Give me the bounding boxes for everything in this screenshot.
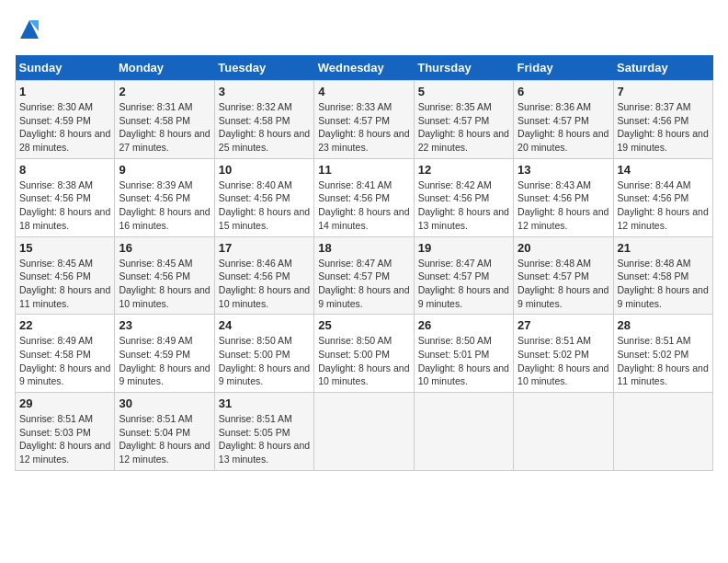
table-row: 11 Sunrise: 8:41 AMSunset: 4:56 PMDaylig… (314, 158, 414, 236)
day-detail: Sunrise: 8:48 AMSunset: 4:58 PMDaylight:… (618, 258, 709, 309)
day-number: 12 (418, 163, 509, 177)
table-row (613, 393, 712, 471)
day-detail: Sunrise: 8:51 AMSunset: 5:03 PMDaylight:… (19, 413, 110, 465)
col-sunday: Sunday (16, 55, 115, 81)
day-detail: Sunrise: 8:51 AMSunset: 5:02 PMDaylight:… (618, 335, 709, 386)
table-row: 29 Sunrise: 8:51 AMSunset: 5:03 PMDaylig… (16, 393, 115, 471)
day-detail: Sunrise: 8:40 AMSunset: 4:56 PMDaylight:… (219, 179, 310, 231)
day-number: 15 (19, 241, 110, 255)
day-detail: Sunrise: 8:30 AMSunset: 4:59 PMDaylight:… (19, 101, 110, 153)
table-row: 4 Sunrise: 8:33 AMSunset: 4:57 PMDayligh… (314, 81, 414, 159)
day-detail: Sunrise: 8:42 AMSunset: 4:56 PMDaylight:… (418, 179, 509, 231)
day-number: 11 (318, 163, 409, 177)
table-row: 31 Sunrise: 8:51 AMSunset: 5:05 PMDaylig… (214, 393, 313, 471)
table-row: 6 Sunrise: 8:36 AMSunset: 4:57 PMDayligh… (514, 81, 613, 159)
table-row: 8 Sunrise: 8:38 AMSunset: 4:56 PMDayligh… (16, 158, 115, 236)
day-number: 27 (518, 318, 609, 332)
table-row: 23 Sunrise: 8:49 AMSunset: 4:59 PMDaylig… (115, 315, 214, 393)
day-detail: Sunrise: 8:48 AMSunset: 4:57 PMDaylight:… (518, 258, 609, 309)
day-number: 5 (418, 85, 509, 98)
day-number: 31 (219, 396, 310, 410)
table-row: 27 Sunrise: 8:51 AMSunset: 5:02 PMDaylig… (514, 315, 613, 393)
day-detail: Sunrise: 8:43 AMSunset: 4:56 PMDaylight:… (518, 179, 609, 231)
table-row: 21 Sunrise: 8:48 AMSunset: 4:58 PMDaylig… (613, 236, 712, 315)
day-number: 30 (119, 396, 210, 410)
logo (15, 15, 48, 44)
day-detail: Sunrise: 8:49 AMSunset: 4:58 PMDaylight:… (19, 335, 110, 386)
day-detail: Sunrise: 8:37 AMSunset: 4:56 PMDaylight:… (618, 101, 709, 153)
table-row: 26 Sunrise: 8:50 AMSunset: 5:01 PMDaylig… (414, 315, 513, 393)
table-row: 3 Sunrise: 8:32 AMSunset: 4:58 PMDayligh… (214, 81, 313, 159)
table-row: 18 Sunrise: 8:47 AMSunset: 4:57 PMDaylig… (314, 236, 414, 315)
day-number: 7 (618, 85, 709, 98)
col-saturday: Saturday (613, 55, 712, 81)
table-row: 28 Sunrise: 8:51 AMSunset: 5:02 PMDaylig… (613, 315, 712, 393)
day-number: 2 (119, 85, 210, 98)
col-wednesday: Wednesday (314, 55, 414, 81)
table-row (414, 393, 513, 471)
day-detail: Sunrise: 8:45 AMSunset: 4:56 PMDaylight:… (119, 258, 210, 309)
day-detail: Sunrise: 8:35 AMSunset: 4:57 PMDaylight:… (418, 101, 509, 153)
day-number: 22 (19, 318, 110, 332)
day-detail: Sunrise: 8:49 AMSunset: 4:59 PMDaylight:… (119, 335, 210, 386)
table-row: 16 Sunrise: 8:45 AMSunset: 4:56 PMDaylig… (115, 236, 214, 315)
day-number: 29 (19, 396, 110, 410)
day-number: 18 (318, 241, 409, 255)
table-row (314, 393, 414, 471)
day-number: 26 (418, 318, 509, 332)
day-number: 4 (318, 85, 409, 98)
day-detail: Sunrise: 8:46 AMSunset: 4:56 PMDaylight:… (219, 258, 310, 309)
day-number: 8 (19, 163, 110, 177)
table-row: 13 Sunrise: 8:43 AMSunset: 4:56 PMDaylig… (514, 158, 613, 236)
day-detail: Sunrise: 8:38 AMSunset: 4:56 PMDaylight:… (19, 179, 110, 231)
table-row: 7 Sunrise: 8:37 AMSunset: 4:56 PMDayligh… (613, 81, 712, 159)
day-detail: Sunrise: 8:32 AMSunset: 4:58 PMDaylight:… (219, 101, 310, 153)
day-detail: Sunrise: 8:41 AMSunset: 4:56 PMDaylight:… (318, 179, 409, 231)
day-number: 19 (418, 241, 509, 255)
calendar-week-row: 29 Sunrise: 8:51 AMSunset: 5:03 PMDaylig… (16, 393, 713, 471)
table-row: 24 Sunrise: 8:50 AMSunset: 5:00 PMDaylig… (214, 315, 313, 393)
table-row: 22 Sunrise: 8:49 AMSunset: 4:58 PMDaylig… (16, 315, 115, 393)
table-row: 10 Sunrise: 8:40 AMSunset: 4:56 PMDaylig… (214, 158, 313, 236)
table-row: 2 Sunrise: 8:31 AMSunset: 4:58 PMDayligh… (115, 81, 214, 159)
table-row: 17 Sunrise: 8:46 AMSunset: 4:56 PMDaylig… (214, 236, 313, 315)
table-row: 12 Sunrise: 8:42 AMSunset: 4:56 PMDaylig… (414, 158, 513, 236)
day-detail: Sunrise: 8:39 AMSunset: 4:56 PMDaylight:… (119, 179, 210, 231)
table-row: 9 Sunrise: 8:39 AMSunset: 4:56 PMDayligh… (115, 158, 214, 236)
day-detail: Sunrise: 8:31 AMSunset: 4:58 PMDaylight:… (119, 101, 210, 153)
table-row: 19 Sunrise: 8:47 AMSunset: 4:57 PMDaylig… (414, 236, 513, 315)
calendar-week-row: 15 Sunrise: 8:45 AMSunset: 4:56 PMDaylig… (16, 236, 713, 315)
day-detail: Sunrise: 8:51 AMSunset: 5:04 PMDaylight:… (119, 413, 210, 465)
day-number: 23 (119, 318, 210, 332)
calendar-table: Sunday Monday Tuesday Wednesday Thursday… (15, 55, 713, 471)
day-number: 1 (19, 85, 110, 98)
day-detail: Sunrise: 8:36 AMSunset: 4:57 PMDaylight:… (518, 101, 609, 153)
calendar-week-row: 1 Sunrise: 8:30 AMSunset: 4:59 PMDayligh… (16, 81, 713, 159)
day-number: 14 (618, 163, 709, 177)
calendar-week-row: 22 Sunrise: 8:49 AMSunset: 4:58 PMDaylig… (16, 315, 713, 393)
day-number: 21 (618, 241, 709, 255)
calendar-week-row: 8 Sunrise: 8:38 AMSunset: 4:56 PMDayligh… (16, 158, 713, 236)
day-detail: Sunrise: 8:51 AMSunset: 5:02 PMDaylight:… (518, 335, 609, 386)
day-number: 13 (518, 163, 609, 177)
day-number: 16 (119, 241, 210, 255)
table-row (514, 393, 613, 471)
day-detail: Sunrise: 8:50 AMSunset: 5:00 PMDaylight:… (318, 335, 409, 386)
logo-icon (15, 15, 44, 44)
day-number: 25 (318, 318, 409, 332)
day-detail: Sunrise: 8:33 AMSunset: 4:57 PMDaylight:… (318, 101, 409, 153)
table-row: 5 Sunrise: 8:35 AMSunset: 4:57 PMDayligh… (414, 81, 513, 159)
table-row: 30 Sunrise: 8:51 AMSunset: 5:04 PMDaylig… (115, 393, 214, 471)
table-row: 20 Sunrise: 8:48 AMSunset: 4:57 PMDaylig… (514, 236, 613, 315)
col-thursday: Thursday (414, 55, 513, 81)
day-detail: Sunrise: 8:51 AMSunset: 5:05 PMDaylight:… (219, 413, 310, 465)
day-number: 20 (518, 241, 609, 255)
day-detail: Sunrise: 8:50 AMSunset: 5:00 PMDaylight:… (219, 335, 310, 386)
day-detail: Sunrise: 8:47 AMSunset: 4:57 PMDaylight:… (318, 258, 409, 309)
table-row: 15 Sunrise: 8:45 AMSunset: 4:56 PMDaylig… (16, 236, 115, 315)
day-number: 24 (219, 318, 310, 332)
table-row: 14 Sunrise: 8:44 AMSunset: 4:56 PMDaylig… (613, 158, 712, 236)
page-header (15, 15, 713, 44)
table-row: 1 Sunrise: 8:30 AMSunset: 4:59 PMDayligh… (16, 81, 115, 159)
calendar-header-row: Sunday Monday Tuesday Wednesday Thursday… (16, 55, 713, 81)
